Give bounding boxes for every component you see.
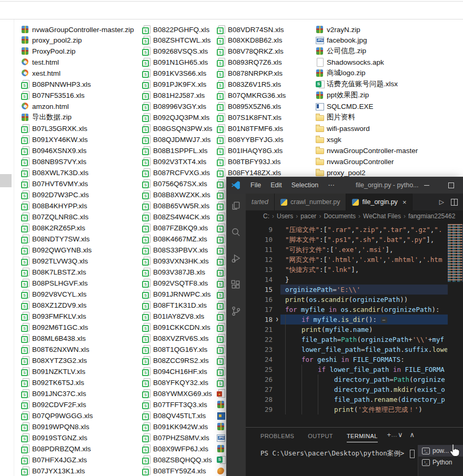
file-item[interactable]: nvwaGroupController-master.zip xyxy=(21,24,134,35)
source-control-icon[interactable] xyxy=(230,305,242,317)
file-item[interactable]: proxy_pool2 xyxy=(316,167,366,178)
file-item[interactable]: B0946XSNX9.xls xyxy=(21,145,87,156)
maximize-button[interactable] xyxy=(439,177,463,194)
file-item[interactable]: B0919STGNZ.xls xyxy=(21,432,87,443)
file-item[interactable] xyxy=(217,289,225,299)
file-item[interactable] xyxy=(217,222,225,233)
breadcrumb-item[interactable]: pacer xyxy=(300,212,316,220)
left-scrollbar-thumb[interactable] xyxy=(0,174,12,187)
menu-item[interactable]: Selection xyxy=(287,177,323,194)
file-item[interactable]: B08ZCC9RS2.xls xyxy=(142,355,209,366)
file-item[interactable]: amzon.html xyxy=(21,101,69,112)
file-item[interactable]: B08996V3GY.xls xyxy=(142,101,206,112)
file-item[interactable]: B08PSLHGVF.xls xyxy=(21,278,88,288)
breadcrumb[interactable]: C:›Users›pacer›Documents›WeChat Files›fa… xyxy=(246,210,463,222)
file-item[interactable]: B08XVZRV6S.xls xyxy=(142,333,209,343)
file-item[interactable]: nvwaGroupController-master xyxy=(316,145,418,156)
file-item[interactable]: B07QMKRG36.xls xyxy=(217,90,286,100)
file-item[interactable]: B08YFKQY32.xls xyxy=(142,377,208,388)
file-item[interactable] xyxy=(217,443,225,454)
file-item[interactable]: B07ZQLNR8C.xls xyxy=(21,211,88,222)
file-item[interactable]: B08TFY59Z4.xls xyxy=(142,465,206,476)
file-item[interactable]: B09268VSQS.xls xyxy=(142,46,208,56)
file-item[interactable]: B08GSQN3PW.xls xyxy=(142,123,213,134)
file-item[interactable]: B091KV3S66.xls xyxy=(142,68,206,78)
file-item[interactable]: B08XWL7K3D.xls xyxy=(21,167,88,178)
editor-tab[interactable]: crawl_number.py xyxy=(275,194,347,210)
file-item[interactable]: B091N1GH65.xls xyxy=(142,57,208,67)
file-item[interactable]: B08QJDMWJ7.xls xyxy=(142,134,211,145)
file-item[interactable]: B092TLVW3Q.xls xyxy=(21,256,88,266)
file-item[interactable]: wifi-password xyxy=(316,123,370,134)
file-item[interactable]: B092CDVF2F.xls xyxy=(21,399,86,410)
file-item[interactable]: B08S33PBVX.xls xyxy=(142,245,208,255)
file-item[interactable] xyxy=(217,267,225,277)
file-item[interactable]: 话费充值账号问题.xlsx xyxy=(316,79,398,89)
breadcrumb-item[interactable]: WeChat Files xyxy=(363,212,401,220)
file-item[interactable]: B07NF53516.xls xyxy=(21,90,85,100)
file-item[interactable]: B07QP9WGGG.xls xyxy=(21,410,93,421)
file-item[interactable]: B01IHAQY8G.xls xyxy=(217,145,283,156)
file-item[interactable] xyxy=(217,234,225,244)
menu-item[interactable]: ⋯ xyxy=(323,177,339,194)
file-item[interactable]: B08PDRBZQM.xls xyxy=(21,443,91,454)
file-item[interactable]: B0895X5ZN6.xls xyxy=(217,101,281,112)
file-item[interactable]: B08PNNWHP3.xls xyxy=(21,79,91,89)
editor-tab[interactable]: tarted xyxy=(246,194,275,210)
breadcrumb-item[interactable]: Documents xyxy=(324,212,356,220)
run-file-icon[interactable]: ▷ xyxy=(439,198,444,206)
file-item[interactable]: B08XZ1ZDV9.xls xyxy=(21,300,87,310)
file-item[interactable]: proxy_pool2.zip xyxy=(21,35,82,45)
file-item[interactable] xyxy=(217,465,225,476)
file-item[interactable]: v2rayN.zip xyxy=(316,24,360,35)
file-item[interactable]: B08K2RZ65P.xls xyxy=(21,222,85,233)
explorer-icon[interactable] xyxy=(230,200,242,212)
search-icon[interactable] xyxy=(230,226,242,238)
breadcrumb-item[interactable]: fangmian225462 xyxy=(408,212,455,220)
fold-chevron-icon[interactable]: ❯ xyxy=(276,315,278,325)
file-item[interactable]: B08VDR74SN.xls xyxy=(217,24,284,35)
file-item[interactable]: B092TK6T5J.xls xyxy=(21,377,84,388)
file-item[interactable]: B091XY46KW.xls xyxy=(21,134,88,145)
file-item[interactable]: B092VSQTF8.xls xyxy=(142,278,208,288)
file-item[interactable]: B08XYTZ3G2.xls xyxy=(21,355,87,366)
menu-item[interactable]: Edit xyxy=(266,177,287,194)
file-item[interactable]: B093VXN3HK.xls xyxy=(142,256,209,266)
breadcrumb-item[interactable]: Users xyxy=(277,212,293,220)
file-item[interactable] xyxy=(217,377,225,388)
file-item[interactable] xyxy=(217,399,225,410)
file-item[interactable]: B08XKD8B62.xls xyxy=(217,35,283,45)
file-item[interactable]: B0756Q67SX.xls xyxy=(142,178,207,189)
file-item[interactable]: B08T62NXWN.xls xyxy=(21,344,89,355)
file-item[interactable] xyxy=(217,300,225,310)
file-item[interactable]: SQLCMD.EXE xyxy=(316,101,374,112)
file-item[interactable]: B092M6T1GC.xls xyxy=(21,322,88,332)
file-item[interactable]: B08V78QRKZ.xls xyxy=(217,46,284,56)
file-item[interactable]: B091NZKTLV.xls xyxy=(21,366,85,377)
file-item[interactable]: B07HVT6VMY.xls xyxy=(21,178,88,189)
new-terminal-icon[interactable]: + xyxy=(387,431,391,439)
file-item[interactable] xyxy=(217,333,225,343)
file-item[interactable]: B08FY148ZX.xls xyxy=(217,167,281,178)
file-item[interactable]: B07S1K8FNT.xls xyxy=(217,112,281,123)
file-item[interactable]: B0822PGHFQ.xls xyxy=(142,24,209,35)
file-item[interactable]: B07PHZS8MV.xls xyxy=(142,432,209,443)
file-item[interactable]: B0919WPQN8.xls xyxy=(21,421,89,432)
tab-close-icon[interactable]: × xyxy=(402,198,407,206)
file-item[interactable]: xsgk xyxy=(316,134,341,145)
file-item[interactable] xyxy=(217,311,225,321)
file-item[interactable]: B08NB9S7VY.xls xyxy=(21,156,86,167)
file-item[interactable]: B0878NRPKP.xls xyxy=(217,68,283,78)
file-item[interactable]: B08NDTY7SW.xls xyxy=(21,234,90,244)
file-item[interactable] xyxy=(217,245,225,255)
file-item[interactable] xyxy=(217,322,225,332)
file-item[interactable]: B091KK942W.xls xyxy=(142,421,208,432)
file-item[interactable] xyxy=(217,189,225,200)
file-item[interactable]: B091JNC37C.xls xyxy=(21,388,86,399)
file-item[interactable]: B08ML6B438.xls xyxy=(21,333,86,343)
panel-chevron-icon[interactable]: ∨ xyxy=(398,431,403,439)
file-item[interactable]: test.html xyxy=(21,57,59,67)
file-item[interactable]: B092QWGYNB.xls xyxy=(21,245,92,255)
file-item[interactable]: B091JRNWPC.xls xyxy=(142,289,211,299)
minimize-button[interactable] xyxy=(415,177,439,194)
